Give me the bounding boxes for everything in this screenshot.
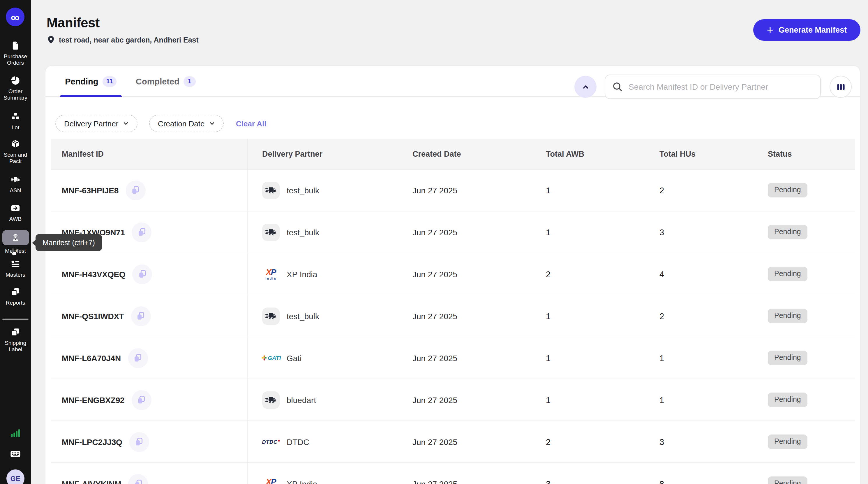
manifest-tooltip: Manifest (ctrl+7) bbox=[35, 234, 102, 251]
sidebar-item-masters[interactable]: Masters bbox=[0, 259, 31, 278]
sidebar-item-scan-and-pack[interactable]: Scan and Pack bbox=[0, 139, 31, 164]
truck-icon bbox=[10, 175, 21, 185]
table-row[interactable]: MNF-AIVYKINM XPIndia XP India Jun 27 202… bbox=[51, 463, 855, 484]
delivery-partner-logo: XPIndia bbox=[262, 265, 280, 283]
column-header-created-date: Created Date bbox=[398, 139, 531, 169]
manifest-id: MNF-63HPIJE8 bbox=[62, 186, 119, 195]
generate-manifest-button[interactable]: + Generate Manifest bbox=[753, 19, 861, 41]
status-badge: Pending bbox=[768, 351, 807, 365]
created-date: Jun 27 2025 bbox=[398, 311, 531, 321]
total-awb: 2 bbox=[531, 437, 645, 446]
sidebar-item-shipping-label[interactable]: Shipping Label bbox=[0, 327, 31, 352]
sidebar-item-label: Lot bbox=[12, 124, 19, 130]
copy-manifest-id-button[interactable] bbox=[132, 264, 152, 284]
table-row[interactable]: MNF-63HPIJE8 test_bulk Jun 27 2025 1 2 P… bbox=[51, 169, 855, 212]
xp-india-logo: XPIndia bbox=[265, 478, 276, 484]
copy-manifest-id-button[interactable] bbox=[131, 390, 151, 410]
copy-manifest-id-button[interactable] bbox=[128, 474, 148, 484]
brand-logo-icon[interactable]: ∞ bbox=[6, 7, 25, 26]
active-tab-underline bbox=[60, 95, 122, 97]
pending-count-badge: 11 bbox=[102, 76, 117, 87]
delivery-partner-name: test_bulk bbox=[287, 227, 319, 237]
completed-count-badge: 1 bbox=[184, 76, 196, 87]
delivery-partner-name: XP India bbox=[287, 269, 317, 279]
created-date: Jun 27 2025 bbox=[398, 269, 531, 279]
copy-manifest-id-button[interactable] bbox=[131, 306, 151, 326]
columns-icon bbox=[836, 82, 845, 92]
table-row[interactable]: MNF-QS1IWDXT test_bulk Jun 27 2025 1 2 P… bbox=[51, 295, 855, 337]
copy-icon bbox=[136, 395, 146, 405]
total-awb: 1 bbox=[531, 227, 645, 237]
sidebar-item-label: Reports bbox=[6, 299, 25, 306]
tab-pending[interactable]: Pending 11 bbox=[60, 66, 122, 97]
list-icon bbox=[10, 259, 21, 269]
plus-icon: + bbox=[767, 24, 773, 35]
user-avatar[interactable]: GE bbox=[6, 470, 25, 484]
column-settings-button[interactable] bbox=[830, 76, 852, 98]
created-date: Jun 27 2025 bbox=[398, 479, 531, 484]
delivery-partner-logo bbox=[262, 223, 280, 241]
delivery-partner-name: XP India bbox=[287, 479, 317, 484]
document-icon bbox=[10, 41, 21, 51]
status-badge: Pending bbox=[768, 225, 807, 239]
chevron-down-icon bbox=[209, 121, 215, 126]
sidebar-item-label: Purchase Orders bbox=[0, 53, 31, 66]
sidebar-item-asn[interactable]: ASN bbox=[0, 175, 31, 193]
total-awb: 1 bbox=[531, 395, 645, 405]
table-row[interactable]: MNF-ENGBXZ92 bluedart Jun 27 2025 1 1 Pe… bbox=[51, 379, 855, 421]
total-hus: 1 bbox=[645, 395, 753, 405]
tab-completed[interactable]: Completed 1 bbox=[136, 66, 196, 97]
chevron-up-icon bbox=[581, 83, 590, 91]
sidebar-item-reports[interactable]: Reports bbox=[0, 287, 31, 306]
sidebar-item-purchase-orders[interactable]: Purchase Orders bbox=[0, 41, 31, 66]
copy-icon bbox=[136, 311, 146, 321]
delivery-partner-logo: GATI bbox=[262, 349, 280, 367]
search-input[interactable] bbox=[605, 74, 821, 99]
keyboard-shortcuts-icon[interactable] bbox=[0, 449, 31, 459]
total-awb: 3 bbox=[531, 479, 645, 484]
clear-all-filters-link[interactable]: Clear All bbox=[236, 115, 267, 132]
copy-icon bbox=[133, 479, 143, 484]
copy-manifest-id-button[interactable] bbox=[128, 348, 148, 368]
copy-icon bbox=[133, 353, 143, 363]
gati-logo: GATI bbox=[261, 355, 281, 361]
copy-manifest-id-button[interactable] bbox=[126, 180, 145, 200]
sidebar-item-order-summary[interactable]: Order Summary bbox=[0, 76, 31, 101]
clipboard-icon bbox=[10, 287, 21, 297]
table-row[interactable]: MNF-L6A70J4N GATI Gati Jun 27 2025 1 1 P… bbox=[51, 337, 855, 379]
total-awb: 1 bbox=[531, 353, 645, 362]
sidebar: ∞ Purchase Orders Order Summary Lot Scan… bbox=[0, 0, 31, 484]
delivery-partner-name: test_bulk bbox=[287, 311, 319, 321]
status-signal-icon[interactable] bbox=[0, 427, 31, 439]
filter-delivery-partner[interactable]: Delivery Partner bbox=[55, 115, 137, 132]
sidebar-item-awb[interactable]: AWB bbox=[0, 203, 31, 222]
copy-manifest-id-button[interactable] bbox=[132, 222, 152, 242]
table-row[interactable]: MNF-1XWO9N71 test_bulk Jun 27 2025 1 3 P… bbox=[51, 212, 855, 253]
table-row[interactable]: MNF-LPC2JJ3Q DTDC DTDC Jun 27 2025 2 3 P… bbox=[51, 421, 855, 463]
arrow-box-icon bbox=[10, 203, 21, 213]
copy-icon bbox=[137, 269, 147, 279]
filter-creation-date[interactable]: Creation Date bbox=[149, 115, 224, 132]
status-badge: Pending bbox=[768, 393, 807, 407]
manifest-id: MNF-QS1IWDXT bbox=[62, 311, 124, 321]
created-date: Jun 27 2025 bbox=[398, 353, 531, 362]
column-header-manifest-id: Manifest ID bbox=[51, 139, 248, 169]
table-row[interactable]: MNF-H43VXQEQ XPIndia XP India Jun 27 202… bbox=[51, 253, 855, 295]
collapse-button[interactable] bbox=[575, 76, 596, 98]
status-badge: Pending bbox=[768, 477, 807, 484]
sidebar-item-lot[interactable]: Lot bbox=[0, 112, 31, 130]
delivery-partner-logo bbox=[262, 391, 280, 409]
sidebar-item-label: Scan and Pack bbox=[0, 152, 31, 164]
total-hus: 4 bbox=[645, 269, 753, 279]
search-icon bbox=[612, 82, 623, 92]
dtdc-logo: DTDC bbox=[262, 439, 280, 445]
delivery-partner-name: Gati bbox=[287, 353, 302, 362]
total-hus: 8 bbox=[645, 479, 753, 484]
manifest-id: MNF-AIVYKINM bbox=[62, 479, 121, 484]
manifest-id: MNF-L6A70J4N bbox=[62, 353, 121, 362]
sidebar-divider bbox=[2, 319, 29, 320]
copy-manifest-id-button[interactable] bbox=[129, 432, 149, 452]
delivery-partner-name: bluedart bbox=[287, 395, 316, 405]
clipboard-icon bbox=[10, 327, 21, 337]
created-date: Jun 27 2025 bbox=[398, 437, 531, 446]
